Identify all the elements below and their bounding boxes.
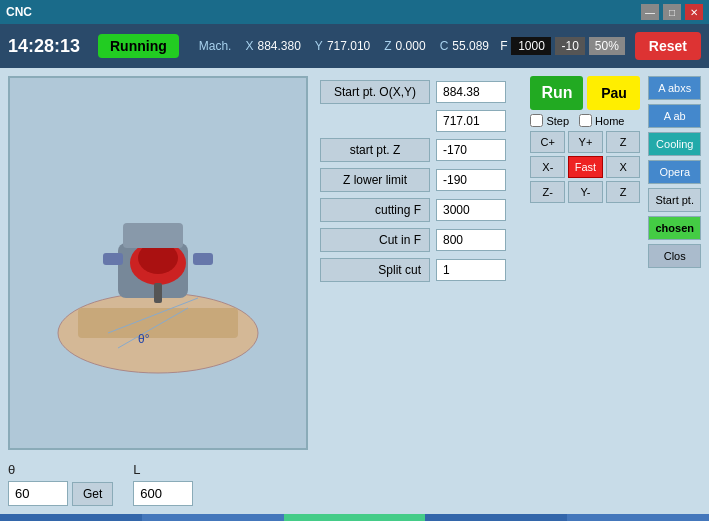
window-controls: — □ ✕ [641, 4, 703, 20]
title-bar: CNC — □ ✕ [0, 0, 709, 24]
angle-group: θ Get [8, 462, 113, 506]
start-z-row: start pt. Z [320, 138, 522, 162]
coord-c: C 55.089 [440, 39, 489, 53]
cutting-f-row: cutting F [320, 198, 522, 222]
a-abxs-button[interactable]: A abxs [648, 76, 701, 100]
step-check[interactable]: Step [530, 114, 569, 127]
close-button[interactable]: ✕ [685, 4, 703, 20]
x-value: 884.380 [257, 39, 300, 53]
y-minus-button[interactable]: Y- [568, 181, 603, 203]
reset-button[interactable]: Reset [635, 32, 701, 60]
svg-rect-10 [103, 253, 123, 265]
svg-rect-9 [123, 223, 183, 248]
fast-button[interactable]: Fast [568, 156, 603, 178]
z-jog-button[interactable]: Z [606, 131, 641, 153]
main-content: θ° Start pt. O(X,Y) [0, 68, 709, 458]
chosen-button[interactable]: chosen [648, 216, 701, 240]
start-pt-button[interactable]: Start pt. [648, 188, 701, 212]
start-pt-label: Start pt. O(X,Y) [320, 80, 430, 104]
split-cut-input[interactable] [436, 259, 506, 281]
tab-program[interactable]: Random Angle Cutting [284, 514, 426, 521]
bottom-tabs: Manual Auto Random Angle Cutting System … [0, 514, 709, 521]
header-bar: 14:28:13 Running Mach. X 884.380 Y 717.0… [0, 24, 709, 68]
form-panel: Start pt. O(X,Y) start pt. Z Z lower lim… [320, 76, 522, 450]
side-buttons: A abxs A ab Cooling Opera Start pt. chos… [648, 76, 701, 450]
z-minus-button[interactable]: Z- [530, 181, 565, 203]
time-display: 14:28:13 [8, 36, 88, 57]
y-plus-button[interactable]: Y+ [568, 131, 603, 153]
opera-button[interactable]: Opera [648, 160, 701, 184]
theta-label: θ [8, 462, 113, 477]
tab-manual[interactable]: Manual [0, 514, 142, 521]
z-lower-input[interactable] [436, 169, 506, 191]
cutting-f-input[interactable] [436, 199, 506, 221]
start-pt-y-input[interactable] [436, 110, 506, 132]
status-badge: Running [98, 34, 179, 58]
run-pause-row: Run Pau [530, 76, 640, 110]
cut-in-f-input[interactable] [436, 229, 506, 251]
home-check[interactable]: Home [579, 114, 624, 127]
jog-grid: C+ Y+ Z X- Fast X Z- Y- Z [530, 131, 640, 203]
start-pt-row: Start pt. O(X,Y) [320, 80, 522, 104]
bottom-row: θ Get L [0, 458, 709, 514]
svg-rect-1 [78, 308, 238, 338]
l-label: L [133, 462, 193, 477]
cnc-illustration: θ° [28, 133, 288, 393]
theta-input[interactable] [8, 481, 68, 506]
coord-y: Y 717.010 [315, 39, 370, 53]
y-value: 717.010 [327, 39, 370, 53]
split-cut-row: Split cut [320, 258, 522, 282]
svg-rect-11 [193, 253, 213, 265]
coord-z: Z 0.000 [384, 39, 425, 53]
x-minus-button[interactable]: X- [530, 156, 565, 178]
coord-display: Mach. X 884.380 Y 717.010 Z 0.000 C 55.0… [199, 39, 490, 53]
step-label: Step [546, 115, 569, 127]
close-button-side[interactable]: Clos [648, 244, 701, 268]
home-checkbox[interactable] [579, 114, 592, 127]
feed-value: 1000 [511, 37, 551, 55]
coord-mach: Mach. [199, 39, 232, 53]
feed-display: F 1000 -10 50% [500, 37, 625, 55]
svg-text:θ°: θ° [138, 332, 150, 346]
minimize-button[interactable]: — [641, 4, 659, 20]
cutting-f-label: cutting F [320, 198, 430, 222]
cut-in-f-row: Cut in F [320, 228, 522, 252]
get-button[interactable]: Get [72, 482, 113, 506]
l-input[interactable] [133, 481, 193, 506]
cooling-button[interactable]: Cooling [648, 132, 701, 156]
feed-pct: 50% [589, 37, 625, 55]
tab-extra[interactable]: La scre [567, 514, 709, 521]
a-ab-button[interactable]: A ab [648, 104, 701, 128]
right-panel: Start pt. O(X,Y) start pt. Z Z lower lim… [316, 68, 709, 458]
z-right-button[interactable]: Z [606, 181, 641, 203]
c-value: 55.089 [452, 39, 489, 53]
run-button[interactable]: Run [530, 76, 583, 110]
start-z-input[interactable] [436, 139, 506, 161]
x-label: X [245, 39, 253, 53]
pause-button[interactable]: Pau [587, 76, 640, 110]
feed-minus-btn[interactable]: -10 [555, 37, 584, 55]
cnc-view-panel: θ° [8, 76, 308, 450]
split-cut-label: Split cut [320, 258, 430, 282]
y-label: Y [315, 39, 323, 53]
z-lower-label: Z lower limit [320, 168, 430, 192]
z-lower-row: Z lower limit [320, 168, 522, 192]
length-group: L [133, 462, 193, 506]
svg-rect-8 [154, 283, 162, 303]
check-row: Step Home [530, 114, 640, 127]
app-title: CNC [6, 5, 32, 19]
start-pt-y-row [320, 110, 522, 132]
control-panel: Run Pau Step Home C+ Y+ Z X- Fas [530, 76, 640, 450]
start-pt-x-input[interactable] [436, 81, 506, 103]
z-label: Z [384, 39, 391, 53]
c-plus-button[interactable]: C+ [530, 131, 565, 153]
tab-auto[interactable]: Auto [142, 514, 284, 521]
tab-system[interactable]: System settings [425, 514, 567, 521]
maximize-button[interactable]: □ [663, 4, 681, 20]
step-checkbox[interactable] [530, 114, 543, 127]
feed-label: F [500, 39, 507, 53]
cut-in-f-label: Cut in F [320, 228, 430, 252]
z-value: 0.000 [396, 39, 426, 53]
x-plus-button[interactable]: X [606, 156, 641, 178]
mach-label: Mach. [199, 39, 232, 53]
